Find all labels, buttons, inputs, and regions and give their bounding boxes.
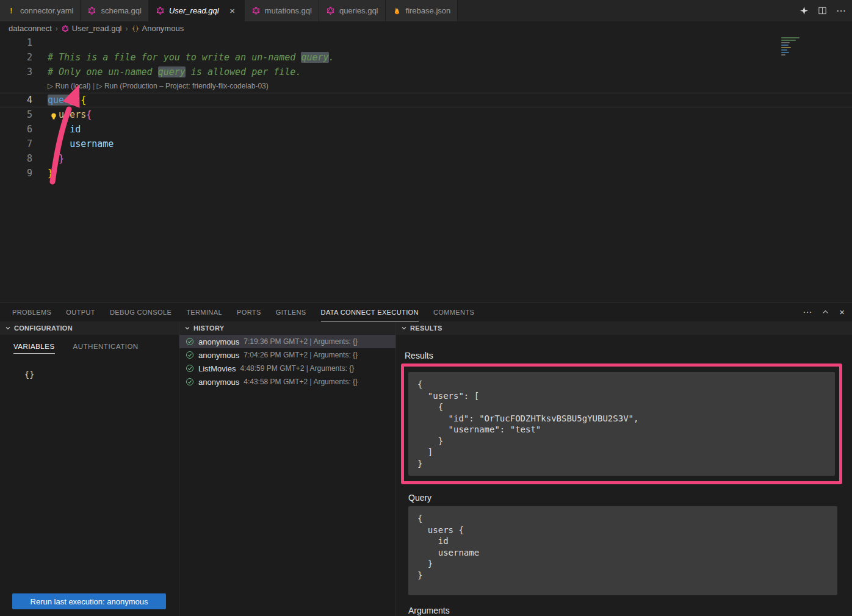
code-line-text: username <box>40 137 114 151</box>
variables-value[interactable]: {} <box>24 370 179 379</box>
line-number: 2 <box>0 50 40 65</box>
results-output[interactable]: { "users": [ { "id": "OrTucFODZHTksvBSBU… <box>408 372 835 476</box>
code-line-5[interactable]: 5 users{ <box>0 107 852 122</box>
panel-actions: ⋯ × <box>803 303 845 321</box>
minimap-line <box>781 45 789 46</box>
tab-user-read-gql[interactable]: User_read.gql × <box>149 0 245 21</box>
editor-tab-bar: ! connector.yaml schema.gql User_read.gq… <box>0 0 852 21</box>
panel-tab-output[interactable]: OUTPUT <box>66 303 95 321</box>
query-output[interactable]: { users { id username } } <box>408 506 837 595</box>
minimap-line <box>781 54 785 56</box>
minimap-line <box>781 49 787 51</box>
minimap[interactable] <box>781 37 802 57</box>
tab-label: connector.yaml <box>20 6 73 15</box>
code-line-3[interactable]: 3# Only one un-named query is allowed pe… <box>0 65 852 79</box>
minimap-line <box>781 37 800 38</box>
panel-close-icon[interactable]: × <box>839 307 845 317</box>
code-token: is allowed per file. <box>186 66 301 77</box>
results-content: Results { "users": [ { "id": "OrTucFODZH… <box>396 351 852 616</box>
minimap-line <box>781 52 789 53</box>
firebase-icon <box>392 6 402 15</box>
configuration-header[interactable]: CONFIGURATION <box>0 321 179 335</box>
history-header[interactable]: HISTORY <box>179 321 395 335</box>
breadcrumb-file[interactable]: User_read.gql <box>62 24 122 33</box>
lightbulb-icon[interactable] <box>49 110 58 119</box>
history-item-detail: 7:19:36 PM GMT+2 | Arguments: {} <box>244 337 358 346</box>
configuration-subtabs: VARIABLES AUTHENTICATION <box>13 343 179 354</box>
split-editor-icon[interactable] <box>818 6 827 15</box>
panel-tab-comments[interactable]: COMMENTS <box>433 303 474 321</box>
bottom-panel: PROBLEMS OUTPUT DEBUG CONSOLE TERMINAL P… <box>0 302 852 616</box>
codelens-run-production-link[interactable]: ▷ Run (Production – Project: friendly-fl… <box>96 82 268 90</box>
code-line-6[interactable]: 6 id <box>0 122 852 137</box>
code-token: query <box>301 52 328 63</box>
check-circle-icon <box>186 351 194 359</box>
codelens-run-local-link[interactable]: ▷ Run (local) <box>48 82 91 90</box>
history-item[interactable]: anonymous 7:19:36 PM GMT+2 | Arguments: … <box>179 335 395 348</box>
tab-connector-yaml[interactable]: ! connector.yaml <box>0 0 81 21</box>
panel-tab-debug-console[interactable]: DEBUG CONSOLE <box>110 303 171 321</box>
tab-schema-gql[interactable]: schema.gql <box>81 0 148 21</box>
subtab-variables[interactable]: VARIABLES <box>13 343 55 354</box>
check-circle-icon <box>186 337 194 346</box>
code-token: } <box>48 168 53 179</box>
code-line-1[interactable]: 1 <box>0 35 852 50</box>
tab-mutations-gql[interactable]: mutations.gql <box>245 0 319 21</box>
line-gutter <box>0 79 40 93</box>
history-item-name: ListMovies <box>198 364 236 373</box>
code-token: query <box>48 95 75 106</box>
rerun-last-execution-button[interactable]: Rerun last execution: anonymous <box>12 593 166 609</box>
code-line-7[interactable]: 7 username <box>0 137 852 151</box>
code-line-8[interactable]: 8 } <box>0 151 852 166</box>
tab-firebase-json[interactable]: firebase.json <box>386 0 458 21</box>
panel-tab-problems[interactable]: PROBLEMS <box>12 303 51 321</box>
code-line-4[interactable]: 4query { <box>0 93 852 107</box>
query-label: Query <box>408 493 842 503</box>
minimap-line <box>781 40 796 41</box>
code-line-text: id <box>40 122 81 137</box>
code-editor[interactable]: 12# This is a file for you to write an u… <box>0 35 852 302</box>
tab-label: schema.gql <box>101 6 141 15</box>
graphql-icon <box>251 6 261 15</box>
editor-code: 12# This is a file for you to write an u… <box>0 35 852 181</box>
breadcrumb-symbol-anonymous[interactable]: Anonymous <box>132 24 184 33</box>
code-line-text <box>40 35 48 50</box>
copilot-sparkle-icon[interactable] <box>800 6 809 15</box>
panel-tab-terminal[interactable]: TERMINAL <box>186 303 222 321</box>
minimap-line <box>781 47 791 48</box>
code-line-2[interactable]: 2# This is a file for you to write an un… <box>0 50 852 65</box>
tab-label: queries.gql <box>339 6 378 15</box>
code-token: query <box>158 66 186 77</box>
panel-tab-ports[interactable]: PORTS <box>237 303 261 321</box>
history-item[interactable]: anonymous 4:43:58 PM GMT+2 | Arguments: … <box>179 375 395 389</box>
code-token <box>48 153 59 164</box>
check-circle-icon <box>186 364 194 373</box>
results-header[interactable]: RESULTS <box>396 321 852 335</box>
chevron-up-icon[interactable] <box>821 308 829 316</box>
panel-more-icon[interactable]: ⋯ <box>803 307 812 318</box>
minimap-line <box>781 42 790 43</box>
history-item-name: anonymous <box>198 351 239 360</box>
graphql-icon <box>156 6 165 15</box>
panel-columns: CONFIGURATION VARIABLES AUTHENTICATION {… <box>0 321 852 616</box>
history-item[interactable]: ListMovies 4:48:59 PM GMT+2 | Arguments:… <box>179 362 395 375</box>
panel-tab-gitlens[interactable]: GITLENS <box>276 303 306 321</box>
breadcrumb-dataconnect[interactable]: dataconnect <box>9 24 52 33</box>
more-actions-icon[interactable]: ⋯ <box>836 5 846 16</box>
code-line-9[interactable]: 9} <box>0 166 852 181</box>
codelens-separator: | <box>91 82 97 90</box>
code-line-text: # Only one un-named query is allowed per… <box>40 65 301 79</box>
code-token: users <box>59 109 86 120</box>
close-icon[interactable]: × <box>228 5 237 16</box>
code-line-text: } <box>40 151 64 166</box>
subtab-authentication[interactable]: AUTHENTICATION <box>73 343 139 354</box>
tab-queries-gql[interactable]: queries.gql <box>319 0 386 21</box>
panel-tab-bar: PROBLEMS OUTPUT DEBUG CONSOLE TERMINAL P… <box>0 303 852 321</box>
panel-tab-data-connect-execution[interactable]: DATA CONNECT EXECUTION <box>321 303 419 321</box>
line-number: 8 <box>0 151 40 166</box>
tab-label: User_read.gql <box>169 6 219 15</box>
code-token: # Only one un-named <box>48 66 158 77</box>
results-section: RESULTS Results { "users": [ { "id": "Or… <box>395 321 852 616</box>
history-item[interactable]: anonymous 7:04:26 PM GMT+2 | Arguments: … <box>179 348 395 362</box>
breadcrumb-separator: › <box>126 24 128 33</box>
